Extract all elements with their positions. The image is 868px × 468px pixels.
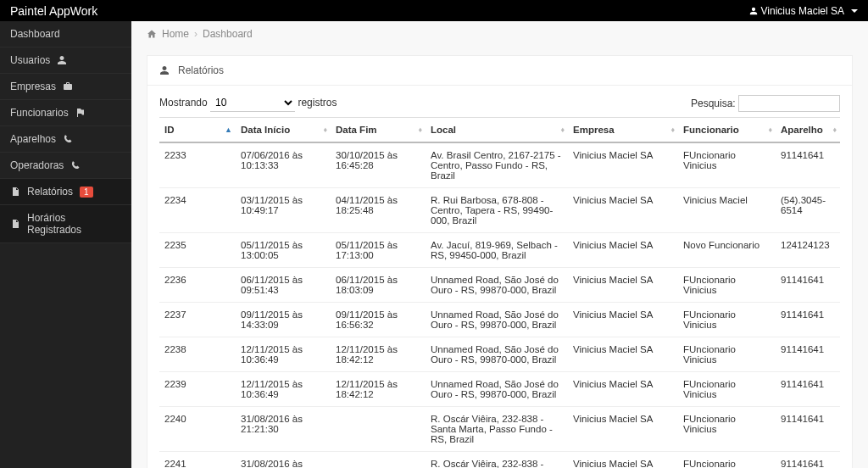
cell-inicio: 12/11/2015 às 10:36:49 — [236, 337, 331, 372]
cell-fim — [331, 407, 426, 452]
sidebar-item-label: Operadoras — [10, 159, 64, 171]
breadcrumb-home[interactable]: Home — [162, 28, 189, 40]
col-label: ID — [164, 125, 175, 135]
cell-aparelho: 91141641 — [776, 142, 840, 188]
table-row[interactable]: 223403/11/2015 às 10:49:1704/11/2015 às … — [159, 188, 840, 233]
col-inicio[interactable]: Data Início♦ — [236, 118, 331, 143]
sort-asc-icon: ▲ — [225, 125, 232, 134]
breadcrumb-separator: › — [194, 28, 198, 40]
cell-local: R. Rui Barbosa, 678-808 - Centro, Tapera… — [426, 188, 568, 233]
cell-aparelho: (54).3045-6514 — [776, 188, 840, 233]
table-row[interactable]: 223812/11/2015 às 10:36:4912/11/2015 às … — [159, 337, 840, 372]
cell-aparelho: 124124123 — [776, 233, 840, 268]
show-prefix: Mostrando — [159, 97, 208, 109]
sidebar-item-empresas[interactable]: Empresas — [0, 74, 131, 100]
sidebar-item-label: Funcionarios — [10, 107, 69, 119]
sidebar-item-horarios[interactable]: Horários Registrados — [0, 205, 131, 243]
search-label: Pesquisa: — [691, 98, 736, 109]
cell-inicio: 05/11/2015 às 13:00:05 — [236, 233, 331, 268]
cell-func: Vinicius Maciel — [678, 188, 776, 233]
home-icon — [147, 29, 157, 39]
table-row[interactable]: 223606/11/2015 às 09:51:4306/11/2015 às … — [159, 268, 840, 303]
table-row[interactable]: 223505/11/2015 às 13:00:0505/11/2015 às … — [159, 233, 840, 268]
cell-inicio: 07/06/2016 às 10:13:33 — [236, 142, 331, 188]
cell-id: 2234 — [159, 188, 236, 233]
sort-icon: ♦ — [323, 125, 327, 134]
cell-local: R. Oscár Viêira, 232-838 - Santa Marta, … — [426, 407, 568, 452]
col-aparelho[interactable]: Aparelho♦ — [776, 118, 840, 143]
cell-fim: 30/10/2015 às 16:45:28 — [331, 142, 426, 188]
cell-func: FUncionario Vinicius — [678, 303, 776, 337]
cell-aparelho: 91141641 — [776, 337, 840, 372]
cell-func: FUncionario Vinicius — [678, 268, 776, 303]
col-label: Aparelho — [781, 125, 823, 135]
sidebar-item-aparelhos[interactable]: Aparelhos — [0, 126, 131, 153]
col-empresa[interactable]: Empresa♦ — [568, 118, 678, 143]
page-size-select[interactable]: 10 — [210, 94, 295, 112]
cell-func: Novo Funcionario — [678, 233, 776, 268]
page-size-control: Mostrando 10 registros — [159, 94, 337, 112]
cell-local: Unnamed Road, São José do Ouro - RS, 998… — [426, 337, 568, 372]
user-icon — [57, 55, 67, 65]
cell-local: Unnamed Road, São José do Ouro - RS, 998… — [426, 372, 568, 407]
sidebar-item-label: Dashboard — [10, 28, 60, 40]
col-label: Data Fim — [336, 125, 377, 135]
cell-empresa: Vinicius Maciel SA — [568, 303, 678, 337]
user-icon — [749, 7, 758, 15]
sidebar-item-label: Aparelhos — [10, 133, 56, 145]
sort-icon: ♦ — [418, 125, 422, 134]
cell-empresa: Vinicius Maciel SA — [568, 452, 678, 469]
col-fim[interactable]: Data Fim♦ — [331, 118, 426, 143]
sidebar-item-operadoras[interactable]: Operadoras — [0, 153, 131, 179]
cell-func: FUncionario Vinicius — [678, 452, 776, 469]
cell-inicio: 31/08/2016 às 21:21:30 — [236, 452, 331, 469]
cell-local: Unnamed Road, São José do Ouro - RS, 998… — [426, 303, 568, 337]
sidebar: Dashboard Usuarios Empresas Funcionarios… — [0, 21, 131, 468]
table-row[interactable]: 223307/06/2016 às 10:13:3330/10/2015 às … — [159, 142, 840, 188]
table-row[interactable]: 224131/08/2016 às 21:21:30R. Oscár Viêir… — [159, 452, 840, 469]
cell-id: 2238 — [159, 337, 236, 372]
cell-empresa: Vinicius Maciel SA — [568, 233, 678, 268]
notification-badge: 1 — [80, 187, 93, 198]
cell-id: 2239 — [159, 372, 236, 407]
user-menu[interactable]: Vinicius Maciel SA — [749, 5, 858, 17]
sort-icon: ♦ — [832, 125, 837, 134]
col-label: Empresa — [573, 125, 615, 135]
col-id[interactable]: ID▲ — [159, 118, 236, 143]
cell-empresa: Vinicius Maciel SA — [568, 372, 678, 407]
cell-inicio: 06/11/2015 às 09:51:43 — [236, 268, 331, 303]
cell-fim: 04/11/2015 às 18:25:48 — [331, 188, 426, 233]
cell-aparelho: 91141641 — [776, 372, 840, 407]
sidebar-item-funcionarios[interactable]: Funcionarios — [0, 100, 131, 126]
cell-aparelho: 91141641 — [776, 452, 840, 469]
sidebar-item-label: Horários Registrados — [27, 212, 121, 236]
topbar: Paintel AppWork Vinicius Maciel SA — [0, 0, 868, 21]
cell-id: 2241 — [159, 452, 236, 469]
search-input[interactable] — [738, 95, 840, 112]
sort-icon: ♦ — [560, 125, 565, 134]
flag-icon — [75, 108, 86, 118]
sidebar-item-relatorios[interactable]: Relatórios1 — [0, 179, 131, 205]
brand: Paintel AppWork — [10, 4, 97, 18]
col-label: Local — [431, 125, 456, 135]
table-row[interactable]: 223912/11/2015 às 10:36:4912/11/2015 às … — [159, 372, 840, 407]
cell-inicio: 12/11/2015 às 10:36:49 — [236, 372, 331, 407]
document-icon — [10, 187, 20, 197]
sidebar-item-label: Empresas — [10, 81, 56, 92]
sort-icon: ♦ — [768, 125, 772, 134]
briefcase-icon — [63, 81, 73, 92]
col-funcionario[interactable]: Funcionario♦ — [678, 118, 776, 143]
sidebar-item-usuarios[interactable]: Usuarios — [0, 47, 131, 74]
table-row[interactable]: 223709/11/2015 às 14:33:0909/11/2015 às … — [159, 303, 840, 337]
breadcrumb-page: Dashboard — [203, 28, 253, 40]
cell-fim: 06/11/2015 às 18:03:09 — [331, 268, 426, 303]
cell-func: FUncionario Vinicius — [678, 407, 776, 452]
panel-header: Relatórios — [147, 56, 852, 86]
table-row[interactable]: 224031/08/2016 às 21:21:30R. Oscár Viêir… — [159, 407, 840, 452]
sidebar-item-dashboard[interactable]: Dashboard — [0, 21, 131, 47]
cell-id: 2235 — [159, 233, 236, 268]
col-local[interactable]: Local♦ — [426, 118, 568, 143]
cell-func: FUncionario Vinicius — [678, 337, 776, 372]
phone-icon — [63, 134, 73, 144]
cell-aparelho: 91141641 — [776, 268, 840, 303]
